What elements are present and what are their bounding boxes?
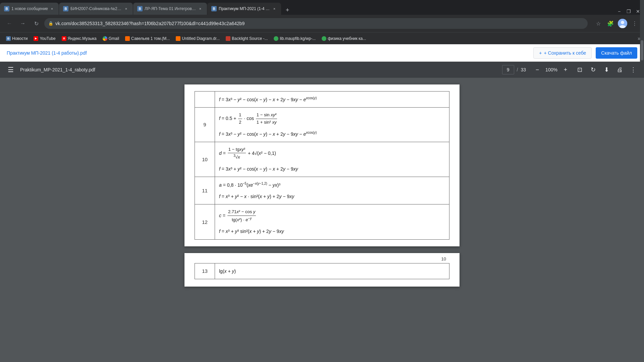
account-avatar[interactable] [617, 18, 628, 29]
pdf-menu-icon[interactable]: ☰ [5, 64, 16, 75]
tab-4-close[interactable]: × [272, 6, 277, 11]
tab-2-title: БИН2007-Сойникова-№2.docx [70, 6, 122, 11]
pdf-zoom-controls: − 100% + [533, 65, 570, 74]
pdf-actions: + + Сохранить к себе Скачать файл [533, 47, 637, 59]
tab-4-favicon: В [211, 6, 217, 11]
row-9-formula-2: f = 3x³ − y² − cos(x − y) − x + 2y − 9xy… [219, 129, 445, 139]
bookmark-physics[interactable]: физика учебник ка... [319, 35, 369, 42]
row-12-formulas: c = 2.71x² − cos y tg(x²) · e−y f = x³ +… [215, 204, 449, 239]
tab-2-close[interactable]: × [123, 6, 129, 11]
pdf-page-2: 10 13 lg(x + y) [184, 253, 460, 287]
bookmark-savelyev-label: Савельев 1 том.(М... [131, 36, 170, 41]
zoom-out-button[interactable]: − [533, 65, 542, 74]
reload-button[interactable]: ↻ [31, 18, 42, 29]
bookmark-yt-favicon: ▶ [34, 36, 38, 41]
download-file-button[interactable]: Скачать файл [596, 47, 637, 59]
table-row: 12 c = 2.71x² − cos y tg(x²) · e−y f = x [195, 204, 449, 239]
pdf-doc-name: Praktikum_MP-2021_1-4_raboty.pdf [20, 67, 498, 72]
bookmark-yandex-music[interactable]: Я Яндекс.Музыка [59, 35, 99, 42]
fit-page-icon[interactable]: ⊡ [574, 64, 585, 75]
extensions-icon[interactable]: 🧩 [605, 18, 616, 29]
pdf-page-1: f = 3x³ − y² − cos(x − y) − x + 2y − 9xy… [184, 84, 460, 246]
bookmarks-bar: В Новости ▶ YouTube Я Яндекс.Музыка Gmai… [0, 32, 644, 44]
new-tab-button[interactable]: + [283, 5, 292, 15]
chrome-menu-icon[interactable]: ⋮ [629, 18, 640, 29]
bookmark-physics-label: физика учебник ка... [328, 36, 366, 41]
tab-1[interactable]: В 1 новое сообщение × [0, 3, 59, 15]
pdf-download-icon[interactable]: ⬇ [601, 64, 612, 75]
table-row: 9 f = 0.5 + 12 · cos 1 − sin xy² 1 + sin… [195, 108, 449, 142]
pdf-filename-link[interactable]: Практикум МП-2021 (1-4 работы).pdf [7, 50, 87, 56]
minimize-button[interactable]: − [616, 8, 623, 15]
toolbar-right: ☆ 🧩 ⋮ [593, 18, 640, 29]
row-11-num: 11 [195, 177, 215, 204]
rotate-icon[interactable]: ↻ [588, 64, 598, 75]
row-11-formulas: a = 0,8 · 10−5(xe−x(y−1,2) − yx)³ f = x³… [215, 177, 449, 204]
pdf-more-icon[interactable]: ⋮ [628, 64, 639, 75]
row-10-formula-1: d = 1 − tgxy² 3√x + 4√(x² − 0,1) [219, 145, 445, 163]
forward-button[interactable]: → [17, 18, 28, 29]
tab-bar: В 1 новое сообщение × В БИН2007-Сойников… [0, 0, 644, 15]
bookmark-savelyev[interactable]: Савельев 1 том.(М... [122, 35, 172, 42]
math-table-page2: 13 lg(x + y) [195, 263, 449, 279]
bookmark-yt-label: YouTube [40, 36, 55, 41]
math-table: f = 3x³ − y² − cos(x − y) − x + 2y − 9xy… [195, 91, 449, 240]
tab-3-close[interactable]: × [198, 6, 203, 11]
row-12-formula-1: c = 2.71x² − cos y tg(x²) · e−y [219, 207, 445, 225]
save-to-self-button[interactable]: + + Сохранить к себе [533, 47, 592, 59]
row-13-formula: lg(x + y) [215, 263, 449, 279]
address-bar[interactable]: 🔒 vk.com/doc385253313_582832346?hash=1f0… [44, 18, 588, 29]
tab-3[interactable]: В ЛР-ЯП-Тема 01 Интегрованн... × [133, 3, 207, 15]
row-10-num: 10 [195, 142, 215, 177]
bookmark-diagram[interactable]: Untitled Diagram.dr... [173, 35, 222, 42]
row-9-num: 9 [195, 108, 215, 142]
table-row: f = 3x³ − y² − cos(x − y) − x + 2y − 9xy… [195, 92, 449, 108]
tab-2[interactable]: В БИН2007-Сойникова-№2.docx × [59, 3, 133, 15]
row-12-formula-2: f = x³ + y³ sin²(x + y) + 2y − 9xy [219, 226, 445, 236]
scrollbar-thumb[interactable] [641, 40, 643, 60]
page-number-input[interactable] [502, 65, 514, 74]
bookmark-news[interactable]: В Новости [3, 35, 30, 42]
zoom-in-button[interactable]: + [561, 65, 570, 74]
row-9-formula-1: f = 0.5 + 12 · cos 1 − sin xy² 1 + sin² … [219, 110, 445, 127]
bookmark-gmail[interactable]: Gmail [100, 35, 122, 42]
bookmark-news-label: Новости [12, 36, 28, 41]
url-text: vk.com/doc385253313_582832346?hash=1f06b… [55, 21, 584, 26]
bookmark-news-favicon: В [6, 36, 11, 41]
tab-1-close[interactable]: × [49, 6, 55, 11]
bookmark-star-icon[interactable]: ☆ [593, 18, 604, 29]
bookmark-backlight-favicon [226, 36, 230, 41]
table-row: 13 lg(x + y) [195, 263, 449, 279]
bookmark-ya-label: Яндекс.Музыка [68, 36, 97, 41]
bookmark-ya-favicon: Я [62, 36, 66, 41]
bookmark-youtube[interactable]: ▶ YouTube [31, 35, 58, 42]
back-button[interactable]: ← [4, 18, 15, 29]
bookmark-lib-favicon [274, 36, 278, 41]
bookmark-lib[interactable]: lib.maupfib.kg/wp-... [271, 35, 318, 42]
table-row: 11 a = 0,8 · 10−5(xe−x(y−1,2) − yx)³ f =… [195, 177, 449, 204]
pdf-toolbar: ☰ Praktikum_MP-2021_1-4_raboty.pdf / 33 … [0, 62, 644, 78]
row-10-formula-2: f = 3x³ + y² − cos(x − y) − x + 2y − 9xy [219, 164, 445, 174]
zoom-value: 100% [545, 67, 558, 72]
row-formula-cell: f = 3x³ − y² − cos(x − y) − x + 2y − 9xy… [215, 92, 449, 108]
maximize-button[interactable]: ❐ [625, 8, 632, 15]
table-row: 10 d = 1 − tgxy² 3√x + 4√(x² − 0,1) [195, 142, 449, 177]
bookmark-backlight-label: Backlight Source -... [232, 36, 268, 41]
tab-4[interactable]: В Практикум МП-2021 (1-4 рабо... × [207, 3, 281, 15]
svg-point-1 [621, 21, 624, 24]
row-9-formulas: f = 0.5 + 12 · cos 1 − sin xy² 1 + sin² … [215, 108, 449, 142]
bookmark-diagram-favicon [176, 36, 180, 41]
bookmark-savelyev-favicon [125, 36, 130, 41]
bookmark-gmail-favicon [103, 36, 107, 41]
bookmark-physics-favicon [322, 36, 326, 41]
tab-3-title: ЛР-ЯП-Тема 01 Интегрованн... [145, 6, 196, 11]
save-label: + Сохранить к себе [544, 50, 586, 56]
formula-text: f = 3x³ − y² − cos(x − y) − x + 2y − 9xy… [219, 94, 445, 105]
row-13-formula-text: lg(x + y) [219, 266, 445, 276]
tab-1-title: 1 новое сообщение [11, 6, 48, 11]
row-11-formula-2: f = x³ + y² − x · sin²(x + y) + 2y − 9xy [219, 191, 445, 201]
bookmark-backlight[interactable]: Backlight Source -... [223, 35, 270, 42]
lock-icon: 🔒 [48, 21, 53, 26]
page-2-number: 10 [195, 256, 449, 263]
pdf-print-icon[interactable]: 🖨 [614, 64, 625, 75]
